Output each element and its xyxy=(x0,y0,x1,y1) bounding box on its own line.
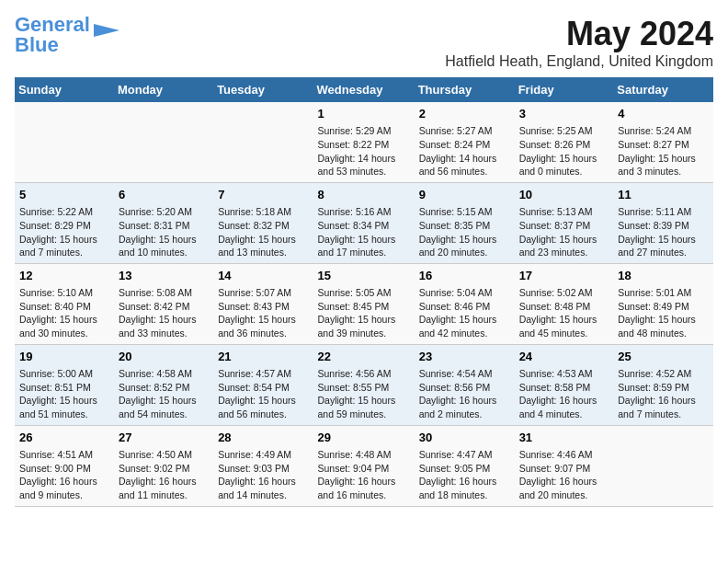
day-number: 5 xyxy=(19,187,109,203)
cell-text: Sunrise: 5:02 AM xyxy=(519,286,609,300)
cell-text: Sunrise: 5:07 AM xyxy=(218,286,308,300)
calendar-cell: 11Sunrise: 5:11 AMSunset: 8:39 PMDayligh… xyxy=(613,182,713,263)
calendar-cell xyxy=(213,102,313,182)
calendar-cell: 29Sunrise: 4:48 AMSunset: 9:04 PMDayligh… xyxy=(313,425,415,506)
day-number: 28 xyxy=(218,430,308,446)
cell-text: Sunset: 8:24 PM xyxy=(419,138,510,152)
cell-text: Daylight: 15 hours and 30 minutes. xyxy=(19,313,109,339)
calendar-cell: 4Sunrise: 5:24 AMSunset: 8:27 PMDaylight… xyxy=(613,102,713,182)
calendar-cell: 24Sunrise: 4:53 AMSunset: 8:58 PMDayligh… xyxy=(515,344,614,425)
day-number: 2 xyxy=(419,106,510,122)
cell-text: Sunrise: 4:57 AM xyxy=(218,367,308,381)
calendar-cell: 12Sunrise: 5:10 AMSunset: 8:40 PMDayligh… xyxy=(15,263,114,344)
calendar-cell: 1Sunrise: 5:29 AMSunset: 8:22 PMDaylight… xyxy=(313,102,415,182)
cell-text: Sunrise: 4:51 AM xyxy=(19,448,109,462)
cell-text: Daylight: 15 hours and 51 minutes. xyxy=(19,394,109,420)
col-header-monday: Monday xyxy=(114,77,213,102)
cell-text: Sunset: 8:46 PM xyxy=(419,300,510,314)
cell-text: Daylight: 15 hours and 23 minutes. xyxy=(519,233,609,259)
cell-text: Sunrise: 5:00 AM xyxy=(19,367,109,381)
cell-text: Sunset: 8:22 PM xyxy=(318,138,410,152)
cell-text: Sunset: 8:55 PM xyxy=(318,381,410,395)
calendar-cell xyxy=(613,425,713,506)
cell-text: Daylight: 16 hours and 16 minutes. xyxy=(318,475,410,501)
col-header-thursday: Thursday xyxy=(415,77,515,102)
cell-text: Sunset: 8:45 PM xyxy=(318,300,410,314)
day-number: 14 xyxy=(218,268,308,284)
cell-text: Sunrise: 4:47 AM xyxy=(419,448,510,462)
cell-text: Sunset: 8:39 PM xyxy=(618,219,709,233)
cell-text: Sunrise: 5:18 AM xyxy=(218,205,308,219)
cell-text: Daylight: 14 hours and 56 minutes. xyxy=(419,152,510,178)
calendar-cell: 18Sunrise: 5:01 AMSunset: 8:49 PMDayligh… xyxy=(613,263,713,344)
cell-text: Daylight: 15 hours and 27 minutes. xyxy=(618,233,709,259)
calendar-cell: 23Sunrise: 4:54 AMSunset: 8:56 PMDayligh… xyxy=(415,344,515,425)
cell-text: Sunrise: 5:01 AM xyxy=(618,286,709,300)
cell-text: Sunrise: 4:54 AM xyxy=(419,367,510,381)
week-row-1: 1Sunrise: 5:29 AMSunset: 8:22 PMDaylight… xyxy=(15,102,713,182)
day-number: 6 xyxy=(119,187,209,203)
calendar-cell: 22Sunrise: 4:56 AMSunset: 8:55 PMDayligh… xyxy=(313,344,415,425)
day-number: 23 xyxy=(419,349,510,365)
cell-text: Daylight: 15 hours and 54 minutes. xyxy=(119,394,209,420)
cell-text: Sunset: 9:02 PM xyxy=(119,462,209,476)
cell-text: Daylight: 15 hours and 36 minutes. xyxy=(218,313,308,339)
day-number: 21 xyxy=(218,349,308,365)
cell-text: Sunset: 8:29 PM xyxy=(19,219,109,233)
cell-text: Sunrise: 5:24 AM xyxy=(618,124,709,138)
cell-text: Sunrise: 5:20 AM xyxy=(119,205,209,219)
cell-text: Daylight: 15 hours and 45 minutes. xyxy=(519,313,609,339)
calendar-cell: 19Sunrise: 5:00 AMSunset: 8:51 PMDayligh… xyxy=(15,344,114,425)
cell-text: Daylight: 14 hours and 53 minutes. xyxy=(318,152,410,178)
week-row-4: 19Sunrise: 5:00 AMSunset: 8:51 PMDayligh… xyxy=(15,344,713,425)
cell-text: Daylight: 15 hours and 59 minutes. xyxy=(318,394,410,420)
cell-text: Sunrise: 5:10 AM xyxy=(19,286,109,300)
cell-text: Sunrise: 5:25 AM xyxy=(519,124,609,138)
cell-text: Daylight: 15 hours and 13 minutes. xyxy=(218,233,308,259)
cell-text: Sunset: 8:35 PM xyxy=(419,219,510,233)
cell-text: Sunset: 9:03 PM xyxy=(218,462,308,476)
cell-text: Daylight: 15 hours and 10 minutes. xyxy=(119,233,209,259)
cell-text: Sunset: 8:40 PM xyxy=(19,300,109,314)
calendar-cell: 20Sunrise: 4:58 AMSunset: 8:52 PMDayligh… xyxy=(114,344,213,425)
cell-text: Daylight: 16 hours and 4 minutes. xyxy=(519,394,609,420)
day-number: 22 xyxy=(318,349,410,365)
cell-text: Daylight: 16 hours and 9 minutes. xyxy=(19,475,109,501)
cell-text: Sunrise: 5:05 AM xyxy=(318,286,410,300)
day-number: 1 xyxy=(318,106,410,122)
calendar-cell: 5Sunrise: 5:22 AMSunset: 8:29 PMDaylight… xyxy=(15,182,114,263)
calendar-cell: 9Sunrise: 5:15 AMSunset: 8:35 PMDaylight… xyxy=(415,182,515,263)
calendar-cell: 17Sunrise: 5:02 AMSunset: 8:48 PMDayligh… xyxy=(515,263,614,344)
cell-text: Sunset: 8:52 PM xyxy=(119,381,209,395)
calendar-cell: 27Sunrise: 4:50 AMSunset: 9:02 PMDayligh… xyxy=(114,425,213,506)
calendar-cell: 25Sunrise: 4:52 AMSunset: 8:59 PMDayligh… xyxy=(613,344,713,425)
cell-text: Daylight: 15 hours and 7 minutes. xyxy=(19,233,109,259)
cell-text: Daylight: 15 hours and 39 minutes. xyxy=(318,313,410,339)
cell-text: Daylight: 16 hours and 18 minutes. xyxy=(419,475,510,501)
day-number: 13 xyxy=(119,268,209,284)
cell-text: Sunrise: 4:50 AM xyxy=(119,448,209,462)
cell-text: Daylight: 15 hours and 56 minutes. xyxy=(218,394,308,420)
cell-text: Sunset: 8:48 PM xyxy=(519,300,609,314)
cell-text: Sunrise: 4:56 AM xyxy=(318,367,410,381)
day-number: 17 xyxy=(519,268,609,284)
cell-text: Sunrise: 5:22 AM xyxy=(19,205,109,219)
cell-text: Sunset: 8:37 PM xyxy=(519,219,609,233)
cell-text: Daylight: 15 hours and 33 minutes. xyxy=(119,313,209,339)
logo-icon xyxy=(94,17,121,44)
title-block: May 2024 Hatfield Heath, England, United… xyxy=(445,15,713,70)
calendar-cell: 16Sunrise: 5:04 AMSunset: 8:46 PMDayligh… xyxy=(415,263,515,344)
cell-text: Sunrise: 5:27 AM xyxy=(419,124,510,138)
col-header-wednesday: Wednesday xyxy=(313,77,415,102)
calendar-cell: 30Sunrise: 4:47 AMSunset: 9:05 PMDayligh… xyxy=(415,425,515,506)
cell-text: Sunset: 8:26 PM xyxy=(519,138,609,152)
cell-text: Sunset: 8:34 PM xyxy=(318,219,410,233)
day-number: 8 xyxy=(318,187,410,203)
cell-text: Daylight: 16 hours and 7 minutes. xyxy=(618,394,709,420)
calendar-cell: 13Sunrise: 5:08 AMSunset: 8:42 PMDayligh… xyxy=(114,263,213,344)
cell-text: Sunset: 9:00 PM xyxy=(19,462,109,476)
calendar-cell: 14Sunrise: 5:07 AMSunset: 8:43 PMDayligh… xyxy=(213,263,313,344)
calendar-cell: 31Sunrise: 4:46 AMSunset: 9:07 PMDayligh… xyxy=(515,425,614,506)
cell-text: Sunrise: 4:58 AM xyxy=(119,367,209,381)
cell-text: Sunset: 8:59 PM xyxy=(618,381,709,395)
